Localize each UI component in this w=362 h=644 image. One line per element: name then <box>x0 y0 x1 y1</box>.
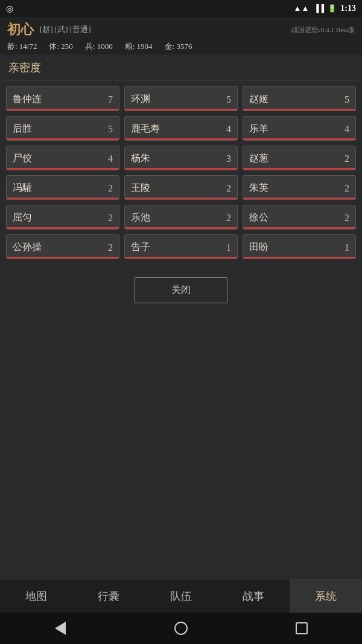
character-grid: 鲁仲连7环渊5赵姬5后胜5鹿毛寿4乐羊4尸佼4杨朱3赵葱2冯驩2王陵2朱英2屈匀… <box>0 80 362 265</box>
back-button[interactable] <box>49 617 71 639</box>
character-name: 后胜 <box>13 123 32 135</box>
character-score: 2 <box>345 213 349 224</box>
character-name: 徐公 <box>249 211 268 224</box>
character-card[interactable]: 朱英2 <box>243 175 356 200</box>
character-name: 尸佼 <box>13 152 32 165</box>
signal-icon: ▐▐ <box>314 4 324 13</box>
character-name: 杨朱 <box>131 152 150 165</box>
bottom-nav: 地图行囊队伍战事系统 <box>0 579 362 613</box>
character-score: 3 <box>226 153 231 164</box>
stat-body: 体: 250 <box>49 41 72 52</box>
character-card[interactable]: 鹿毛寿4 <box>124 116 238 141</box>
status-bar: ◎ ▲▲ ▐▐ 🔋 1:13 <box>0 0 362 17</box>
version-label: 战国逻想v0.4.1 Beta版 <box>291 25 355 34</box>
character-card[interactable]: 乐羊4 <box>243 116 356 141</box>
stat-troops: 兵: 1000 <box>85 41 113 52</box>
character-score: 2 <box>345 183 349 194</box>
nav-item-行囊[interactable]: 行囊 <box>72 579 145 613</box>
recents-button[interactable] <box>291 617 313 639</box>
character-score: 4 <box>226 124 231 135</box>
character-card[interactable]: 杨朱3 <box>124 146 238 170</box>
system-nav-bar <box>0 613 362 644</box>
stat-grain: 粮: 1904 <box>125 41 153 52</box>
notification-icon: ◎ <box>6 4 13 14</box>
nav-item-战事[interactable]: 战事 <box>217 579 290 613</box>
character-score: 5 <box>226 94 231 105</box>
close-button[interactable]: 关闭 <box>135 277 227 303</box>
character-card[interactable]: 告子1 <box>124 234 238 259</box>
character-name: 赵葱 <box>249 152 268 165</box>
character-card[interactable]: 乐池2 <box>124 205 238 230</box>
character-score: 2 <box>108 183 113 194</box>
app-tags: [赵] [武] [普通] <box>40 24 91 35</box>
character-card[interactable]: 公孙操2 <box>6 234 119 259</box>
character-card[interactable]: 冯驩2 <box>6 175 119 200</box>
character-card[interactable]: 徐公2 <box>243 205 356 230</box>
character-name: 鲁仲连 <box>13 93 42 106</box>
close-area: 关闭 <box>0 277 362 303</box>
character-name: 乐池 <box>131 211 150 224</box>
character-score: 4 <box>345 124 349 135</box>
character-name: 鹿毛寿 <box>131 123 160 135</box>
stat-age: 龄: 14/72 <box>7 41 37 52</box>
character-score: 5 <box>345 94 349 105</box>
character-name: 朱英 <box>249 182 268 195</box>
character-card[interactable]: 环渊5 <box>124 86 238 111</box>
wifi-icon: ▲▲ <box>294 4 310 13</box>
character-name: 告子 <box>131 241 150 254</box>
status-right: ▲▲ ▐▐ 🔋 1:13 <box>294 4 356 13</box>
character-score: 2 <box>108 242 113 253</box>
nav-item-地图[interactable]: 地图 <box>0 579 72 613</box>
nav-item-系统[interactable]: 系统 <box>290 579 362 613</box>
character-name: 环渊 <box>131 93 150 106</box>
character-card[interactable]: 田盼1 <box>243 234 356 259</box>
time-display: 1:13 <box>340 4 356 13</box>
character-name: 屈匀 <box>13 211 32 224</box>
app-title: 初心 <box>7 21 34 39</box>
character-name: 王陵 <box>131 182 150 195</box>
character-score: 1 <box>226 242 231 253</box>
character-score: 2 <box>226 213 231 224</box>
character-card[interactable]: 尸佼4 <box>6 146 119 170</box>
app-title-row: 初心 [赵] [武] [普通] 战国逻想v0.4.1 Beta版 <box>7 21 355 39</box>
character-score: 2 <box>108 213 113 224</box>
stat-gold: 金: 3576 <box>165 41 192 52</box>
character-score: 2 <box>345 153 349 164</box>
character-score: 1 <box>345 242 349 253</box>
character-score: 7 <box>108 94 113 105</box>
character-card[interactable]: 赵葱2 <box>243 146 356 170</box>
character-card[interactable]: 赵姬5 <box>243 86 356 111</box>
home-button[interactable] <box>170 617 192 639</box>
character-card[interactable]: 后胜5 <box>6 116 119 141</box>
character-card[interactable]: 屈匀2 <box>6 205 119 230</box>
battery-icon: 🔋 <box>328 4 337 13</box>
stats-row: 龄: 14/72 体: 250 兵: 1000 粮: 1904 金: 3576 <box>7 41 355 52</box>
character-score: 4 <box>108 153 113 164</box>
section-title: 亲密度 <box>0 54 362 80</box>
character-name: 冯驩 <box>13 182 32 195</box>
character-name: 乐羊 <box>249 123 268 135</box>
character-name: 赵姬 <box>249 93 268 106</box>
character-name: 公孙操 <box>13 241 42 254</box>
character-card[interactable]: 王陵2 <box>124 175 238 200</box>
app-header: 初心 [赵] [武] [普通] 战国逻想v0.4.1 Beta版 龄: 14/7… <box>0 17 362 54</box>
character-card[interactable]: 鲁仲连7 <box>6 86 119 111</box>
character-score: 5 <box>108 124 113 135</box>
nav-item-队伍[interactable]: 队伍 <box>145 579 217 613</box>
character-name: 田盼 <box>249 241 268 254</box>
character-score: 2 <box>226 183 231 194</box>
status-left: ◎ <box>6 4 13 14</box>
